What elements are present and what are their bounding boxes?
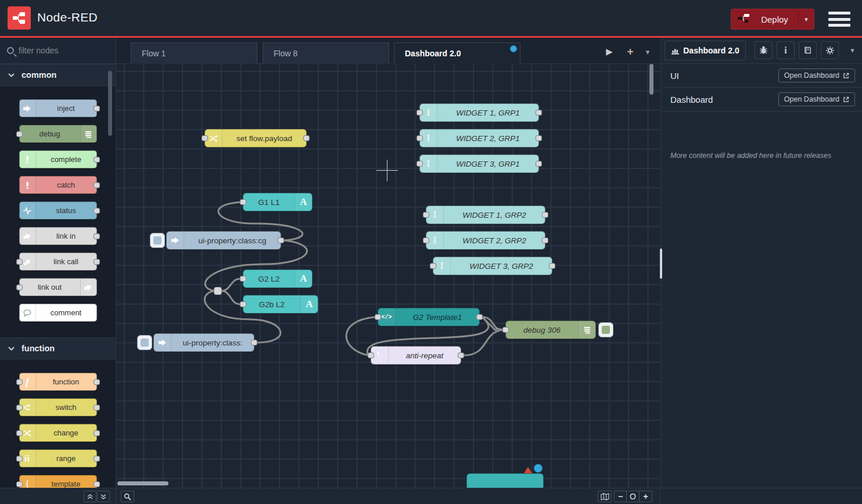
- node-ui-property-class[interactable]: ui-property:class:: [153, 333, 254, 352]
- input-port[interactable]: [240, 301, 246, 307]
- node-widget-1-grp1[interactable]: I WIDGET 1, GRP1: [419, 103, 539, 122]
- output-port[interactable]: [94, 481, 100, 487]
- output-port[interactable]: [536, 161, 542, 167]
- debug-toggle-button[interactable]: [598, 322, 613, 337]
- palette-node-link-out[interactable]: link out: [19, 278, 97, 296]
- output-port[interactable]: [94, 157, 100, 163]
- sidebar-tab-dashboard[interactable]: Dashboard 2.0: [665, 41, 746, 60]
- node-debug-306[interactable]: debug 306: [505, 321, 596, 339]
- node-g2-template1[interactable]: </> G2 Template1: [378, 308, 480, 326]
- node-widget-3-grp1[interactable]: I WIDGET 3, GRP1: [419, 154, 539, 173]
- input-port[interactable]: [202, 135, 208, 141]
- flow-workspace[interactable]: set flow.payload I WIDGET 1, GRP1 I WIDG…: [116, 64, 660, 488]
- palette-node-link-call[interactable]: link call: [19, 253, 97, 271]
- canvas-horizontal-scrollbar[interactable]: [117, 481, 168, 485]
- output-port[interactable]: [94, 456, 100, 462]
- palette-node-debug[interactable]: debug: [19, 125, 97, 143]
- flow-list-dropdown-button[interactable]: ▾: [640, 45, 655, 59]
- palette-scrollbar[interactable]: [108, 71, 112, 136]
- output-port[interactable]: [94, 405, 100, 411]
- open-dashboard-button-dashboard[interactable]: Open Dashboard: [778, 92, 855, 106]
- output-port[interactable]: [303, 135, 310, 141]
- palette-node-link-in[interactable]: link in: [19, 227, 97, 245]
- navigator-button[interactable]: [598, 491, 612, 502]
- input-port[interactable]: [423, 237, 429, 243]
- output-port[interactable]: [536, 135, 542, 141]
- tab-scroll-right-button[interactable]: ▶: [602, 45, 617, 59]
- input-port[interactable]: [16, 456, 23, 462]
- input-port[interactable]: [416, 110, 423, 116]
- palette-node-function[interactable]: f function: [19, 373, 97, 391]
- output-port[interactable]: [94, 182, 100, 188]
- input-port[interactable]: [16, 259, 23, 265]
- output-port[interactable]: [536, 110, 542, 116]
- node-set-flow-payload[interactable]: set flow.payload: [204, 129, 307, 147]
- palette-node-template[interactable]: { template: [19, 475, 97, 488]
- input-port[interactable]: [16, 285, 23, 290]
- output-port[interactable]: [94, 430, 100, 436]
- open-dashboard-button-ui[interactable]: Open Dashboard: [778, 69, 855, 82]
- node-widget-2-grp1[interactable]: I WIDGET 2, GRP1: [419, 129, 539, 147]
- output-port[interactable]: [542, 237, 548, 243]
- output-port[interactable]: [278, 237, 284, 243]
- input-port[interactable]: [368, 352, 374, 358]
- category-function[interactable]: function: [0, 337, 116, 359]
- node-g2b-l2[interactable]: G2b L2 A: [243, 295, 318, 314]
- node-widget-3-grp2[interactable]: I WIDGET 3, GRP2: [433, 257, 552, 275]
- zoom-out-button[interactable]: −: [614, 491, 627, 502]
- category-common[interactable]: common: [0, 64, 116, 86]
- input-port[interactable]: [16, 481, 23, 487]
- deploy-button[interactable]: Deploy ▾: [731, 9, 814, 30]
- input-port[interactable]: [16, 379, 23, 385]
- input-port[interactable]: [240, 199, 246, 205]
- main-menu-button[interactable]: [828, 12, 850, 27]
- palette-node-comment[interactable]: comment: [19, 304, 97, 322]
- input-port[interactable]: [416, 135, 423, 141]
- node-widget-1-grp2[interactable]: I WIDGET 1, GRP2: [426, 206, 545, 224]
- input-port[interactable]: [16, 405, 23, 411]
- zoom-in-button[interactable]: +: [640, 491, 652, 502]
- output-port[interactable]: [94, 233, 100, 239]
- add-flow-button[interactable]: +: [623, 45, 638, 59]
- zoom-reset-button[interactable]: O: [627, 491, 640, 502]
- node-anti-repeat[interactable]: ↻ anti-repeat: [371, 346, 461, 365]
- output-port[interactable]: [542, 212, 548, 218]
- sidebar-dropdown-button[interactable]: ▾: [843, 41, 861, 59]
- palette-node-status[interactable]: status: [19, 201, 97, 219]
- wire-junction[interactable]: [214, 287, 222, 295]
- node-g1-l1[interactable]: G1 L1 A: [243, 193, 313, 211]
- input-port[interactable]: [423, 212, 429, 218]
- node-ui-property-class-cg[interactable]: ui-property:class:cg: [166, 231, 281, 250]
- info-button[interactable]: i: [777, 41, 795, 59]
- settings-button[interactable]: [821, 41, 839, 59]
- inject-button[interactable]: [137, 335, 152, 350]
- palette-filter[interactable]: [0, 38, 116, 64]
- output-port[interactable]: [94, 259, 100, 265]
- palette-node-range[interactable]: range: [19, 449, 97, 467]
- palette-expand-all-button[interactable]: [97, 491, 110, 502]
- input-port[interactable]: [240, 276, 246, 282]
- node-partial-bottom[interactable]: [466, 473, 544, 488]
- output-port[interactable]: [94, 208, 100, 214]
- debug-bug-button[interactable]: [755, 41, 773, 59]
- input-port[interactable]: [502, 327, 509, 333]
- tab-dashboard-2-0[interactable]: Dashboard 2.0: [394, 42, 520, 64]
- node-widget-2-grp2[interactable]: I WIDGET 2, GRP2: [426, 231, 545, 250]
- output-port[interactable]: [476, 314, 483, 320]
- input-port[interactable]: [430, 263, 436, 269]
- output-port[interactable]: [251, 340, 257, 345]
- canvas-vertical-scrollbar[interactable]: [649, 64, 653, 95]
- search-flows-button[interactable]: [121, 491, 134, 502]
- palette-node-catch[interactable]: catch: [19, 176, 97, 194]
- tab-flow-8[interactable]: Flow 8: [263, 42, 389, 64]
- output-port[interactable]: [549, 263, 555, 269]
- input-port[interactable]: [16, 430, 23, 436]
- output-port[interactable]: [458, 352, 464, 358]
- palette-node-change[interactable]: change: [19, 424, 97, 442]
- tab-flow-1[interactable]: Flow 1: [131, 42, 257, 64]
- palette-node-complete[interactable]: complete: [19, 150, 97, 168]
- output-port[interactable]: [94, 379, 100, 385]
- node-g2-l2[interactable]: G2 L2 A: [243, 269, 313, 288]
- palette-collapse-all-button[interactable]: [84, 491, 96, 502]
- input-port[interactable]: [416, 161, 423, 167]
